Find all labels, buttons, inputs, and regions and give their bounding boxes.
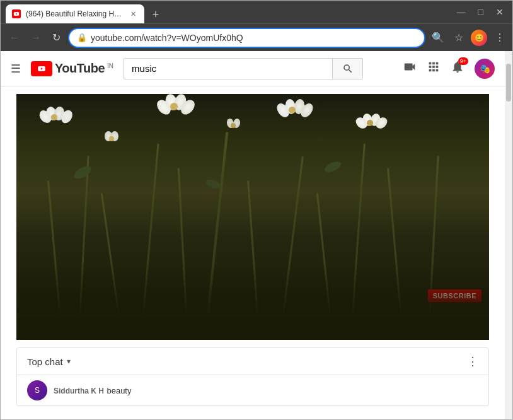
scrollbar-track[interactable]: [505, 51, 512, 419]
lock-icon: 🔒: [77, 33, 87, 42]
active-tab[interactable]: (964) Beautiful Relaxing Hymns... ✕: [6, 4, 144, 23]
scrollbar-thumb[interactable]: [506, 64, 511, 102]
maximize-button[interactable]: □: [475, 6, 487, 18]
youtube-logo[interactable]: YouTube IN: [31, 61, 113, 76]
video-thumbnail[interactable]: SUBSCRIBE ▶ ⏭ 🔊 • LIVE: [16, 94, 489, 340]
chat-header: Top chat ▾ ⋮: [17, 348, 488, 375]
reload-button[interactable]: ↻: [49, 29, 64, 46]
search-icon[interactable]: 🔍: [429, 29, 447, 46]
youtube-search-bar[interactable]: [124, 58, 363, 79]
new-tab-button[interactable]: +: [147, 6, 164, 23]
video-section: SUBSCRIBE ▶ ⏭ 🔊 • LIVE: [1, 94, 505, 406]
browser-frame: (964) Beautiful Relaxing Hymns... ✕ + — …: [0, 0, 513, 420]
close-button[interactable]: ✕: [492, 6, 507, 18]
notifications-button[interactable]: 9+: [451, 60, 464, 77]
chat-message-text: beauty: [107, 386, 131, 395]
youtube-text: YouTube: [55, 61, 105, 76]
tab-area: (964) Beautiful Relaxing Hymns... ✕ +: [6, 1, 449, 23]
chat-message-content: Siddurtha K H beauty: [54, 385, 478, 396]
chat-title-text: Top chat: [27, 356, 63, 367]
bookmark-icon[interactable]: ☆: [452, 29, 466, 46]
page-content: ☰ YouTube IN: [1, 51, 505, 419]
title-bar: (964) Beautiful Relaxing Hymns... ✕ + — …: [1, 1, 512, 23]
apps-button[interactable]: [427, 60, 441, 77]
chat-username: Siddurtha K H: [54, 387, 104, 395]
url-text: youtube.com/watch?v=WOyomUfx0hQ: [91, 33, 417, 43]
upload-button[interactable]: [403, 60, 417, 77]
address-bar-row: ← → ↻ 🔒 youtube.com/watch?v=WOyomUfx0hQ …: [1, 23, 512, 51]
address-bar[interactable]: 🔒 youtube.com/watch?v=WOyomUfx0hQ: [68, 28, 425, 48]
chat-dropdown-icon[interactable]: ▾: [67, 357, 71, 366]
hamburger-menu-icon[interactable]: ☰: [11, 62, 21, 76]
video-background: [16, 94, 489, 340]
chat-header-right: ⋮: [467, 354, 478, 368]
user-avatar[interactable]: 😊: [471, 30, 487, 46]
chat-message: S Siddurtha K H beauty: [17, 375, 488, 405]
minimize-button[interactable]: —: [453, 6, 470, 18]
youtube-logo-icon: [31, 61, 52, 76]
youtube-header-right: 9+ 🎭: [403, 59, 495, 79]
chat-more-button[interactable]: ⋮: [467, 355, 478, 368]
address-bar-actions: 🔍 ☆ 😊 ⋮: [429, 29, 507, 46]
tab-title: (964) Beautiful Relaxing Hymns...: [26, 9, 123, 18]
more-menu-icon[interactable]: ⋮: [492, 29, 507, 46]
tab-favicon: [12, 9, 21, 18]
youtube-search-button[interactable]: [332, 59, 362, 79]
chat-title: Top chat ▾: [27, 356, 71, 367]
chat-user-avatar: S: [27, 380, 47, 400]
tab-close-button[interactable]: ✕: [128, 9, 138, 19]
page-with-scrollbar: ☰ YouTube IN: [1, 51, 512, 419]
youtube-country: IN: [107, 62, 113, 69]
back-button[interactable]: ←: [6, 30, 23, 46]
video-container: SUBSCRIBE ▶ ⏭ 🔊 • LIVE: [16, 94, 489, 340]
chat-section: Top chat ▾ ⋮ S Siddurtha K H beauty: [16, 347, 489, 406]
youtube-header: ☰ YouTube IN: [1, 51, 505, 86]
window-controls: — □ ✕: [453, 6, 507, 18]
youtube-search-input[interactable]: [124, 59, 332, 79]
notification-badge: 9+: [458, 57, 468, 65]
forward-button[interactable]: →: [27, 30, 45, 46]
user-account-avatar[interactable]: 🎭: [475, 59, 495, 79]
